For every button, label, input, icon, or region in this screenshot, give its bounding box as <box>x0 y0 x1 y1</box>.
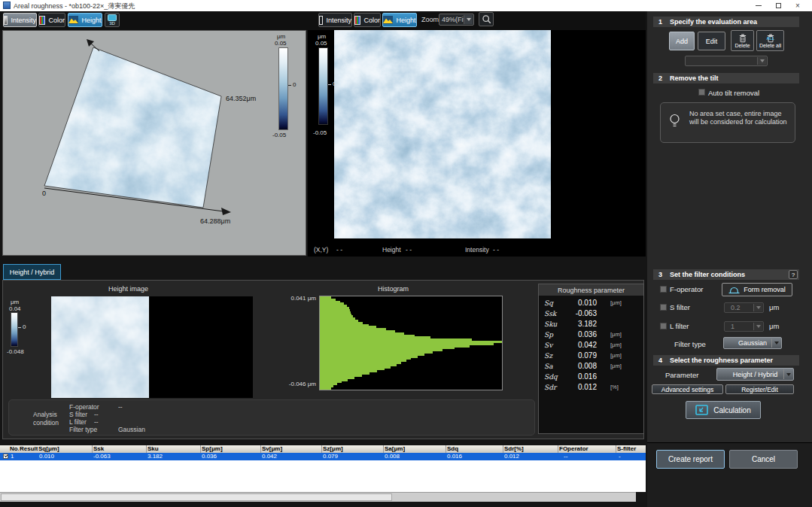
parameter-select[interactable]: Height / Hybrid <box>716 368 794 381</box>
scrollbar-thumb[interactable] <box>1 493 392 501</box>
roughness-row: Sq0.010[μm] <box>540 299 643 307</box>
form-removal-button[interactable]: Form removal <box>722 283 792 296</box>
axis-right-label: 64.352μm <box>226 95 256 102</box>
cell-result <box>19 453 38 460</box>
l-filter-select[interactable]: 1 <box>724 321 764 332</box>
zoom-label: Zoom <box>421 16 439 23</box>
l-filter-value: 1 <box>725 323 734 330</box>
condition-lfilter-label: L filter <box>69 418 87 426</box>
tab-height-hybrid[interactable]: Height / Hybrid <box>3 264 61 280</box>
colorbar-min: -0.05 <box>272 132 286 138</box>
condition-foperator-value: -- <box>118 403 123 411</box>
column-header: S-filter <box>616 445 646 453</box>
close-button[interactable]: × <box>791 2 804 10</box>
threed-button[interactable]: 3D <box>105 13 120 27</box>
colorbar-mid: 0 <box>293 81 296 88</box>
intensity-button-3d[interactable]: Intensity <box>3 13 37 27</box>
viewer-status-bar: (X,Y) - - Height - - Intensity - - <box>308 244 646 257</box>
roughness-row: Sku3.182 <box>540 320 643 328</box>
surface-3d-canvas: 0 64.352μm 64.288μm <box>3 31 306 255</box>
chevron-down-icon[interactable] <box>753 304 762 311</box>
search-icon <box>482 14 491 24</box>
row-checkbox[interactable] <box>3 454 8 459</box>
zoom-select[interactable]: 49%(Fit) <box>439 14 474 26</box>
sidebar: 1 Specify the evaluation area Add Edit D… <box>647 11 812 507</box>
intensity-button-2d[interactable]: Intensity <box>318 13 352 27</box>
column-header: Ssk <box>92 445 146 453</box>
l-filter-checkbox[interactable] <box>660 323 667 329</box>
cancel-button[interactable]: Cancel <box>729 450 798 469</box>
cell-sfilter: - <box>616 453 646 460</box>
s-filter-select[interactable]: 0.2 <box>724 302 764 313</box>
section3-title: Set the filter conditions <box>670 271 745 278</box>
f-operator-checkbox[interactable] <box>660 286 667 293</box>
section1-title: Specify the evaluation area <box>670 18 757 26</box>
delete-button[interactable]: Delete <box>731 30 754 51</box>
register-edit-button[interactable]: Register/Edit <box>725 384 794 394</box>
help-button[interactable]: ? <box>789 270 798 279</box>
section4-number: 4 <box>658 357 662 364</box>
results-table-header: No. Result Sq[μm] Ssk Sku Sp[μm] Sv[μm] … <box>0 445 646 453</box>
chevron-down-icon[interactable] <box>753 323 762 330</box>
section2-header: 2 Remove the tilt <box>653 73 799 83</box>
trash-all-icon: ALL <box>766 33 775 43</box>
chevron-down-icon[interactable] <box>464 15 473 24</box>
color-button-3d[interactable]: Color <box>38 13 65 27</box>
calculation-button[interactable]: Calculation <box>686 401 761 419</box>
zoom-tool-button[interactable] <box>479 12 494 26</box>
chevron-down-icon[interactable] <box>771 339 780 348</box>
height-button-3d[interactable]: Height <box>68 13 102 27</box>
cell-foperator: -- <box>558 453 616 460</box>
height-colorbar-unit: μm <box>11 299 19 305</box>
minimize-button[interactable] <box>752 2 765 10</box>
advanced-settings-button[interactable]: Advanced settings <box>652 384 723 394</box>
chevron-down-icon[interactable] <box>783 369 792 379</box>
filter-type-select[interactable]: Gaussian <box>723 337 782 349</box>
xy-label: (X,Y) <box>314 246 328 254</box>
condition-label-1: Analysis <box>33 411 57 418</box>
condition-sfilter-value: -- <box>94 411 99 418</box>
column-header: Sv[μm] <box>260 445 321 453</box>
s-filter-value: 0.2 <box>725 304 741 311</box>
l-filter-label: L filter <box>670 322 689 330</box>
condition-filtertype-label: Filter type <box>69 426 97 433</box>
cell-sq: 0.010 <box>38 453 92 460</box>
auto-tilt-checkbox[interactable] <box>698 89 705 96</box>
height-image-title: Height image <box>108 285 148 293</box>
viewer-3d[interactable]: 0 64.352μm 64.288μm μm 0.05 0 -0.05 <box>2 30 306 256</box>
horizontal-scrollbar[interactable] <box>0 492 636 502</box>
result-row[interactable]: 1 0.010 -0.063 3.182 0.036 0.042 0.079 0… <box>0 453 646 460</box>
height-image-container[interactable] <box>51 296 253 398</box>
delete-all-button[interactable]: ALL Delete all <box>756 30 784 51</box>
evaluation-area-select[interactable] <box>685 56 768 66</box>
section1-header: 1 Specify the evaluation area <box>653 17 799 27</box>
create-report-button[interactable]: Create report <box>656 450 725 469</box>
height-colorbar <box>11 312 18 347</box>
threed-icon <box>108 14 117 21</box>
histogram-bottom-label: -0.046 μm <box>286 381 316 387</box>
delete-all-label: Delete all <box>759 43 781 48</box>
section1-number: 1 <box>658 18 662 26</box>
histogram-top-label: 0.041 μm <box>289 295 316 302</box>
color-button-2d[interactable]: Color <box>354 13 381 27</box>
height-button-2d[interactable]: Height <box>382 13 417 27</box>
threed-label: 3D <box>109 21 115 26</box>
axis-bottom-label: 64.288μm <box>200 217 230 225</box>
intensity-label: Intensity <box>326 17 351 24</box>
chevron-down-icon[interactable] <box>757 57 766 65</box>
add-button[interactable]: Add <box>669 32 695 50</box>
height-icon <box>68 16 78 24</box>
height-colorbar-max: 0.04 <box>9 305 21 312</box>
calculation-icon <box>695 405 708 415</box>
s-filter-checkbox[interactable] <box>660 304 667 311</box>
column-header: Sku <box>146 445 200 453</box>
xy-value: - - <box>336 246 342 254</box>
surface-2d-image[interactable] <box>334 30 551 238</box>
maximize-button[interactable] <box>771 2 785 10</box>
info-text: No area set case, entire image will be c… <box>689 110 789 126</box>
height-colorbar-min: -0.048 <box>7 348 24 355</box>
condition-foperator-label: F-operator <box>69 403 99 411</box>
cell-sp: 0.036 <box>200 453 260 460</box>
viewer-2d[interactable]: μm 0.05 0 -0.05 (X,Y) - - Height - - Int… <box>308 30 646 257</box>
edit-button[interactable]: Edit <box>698 32 725 50</box>
